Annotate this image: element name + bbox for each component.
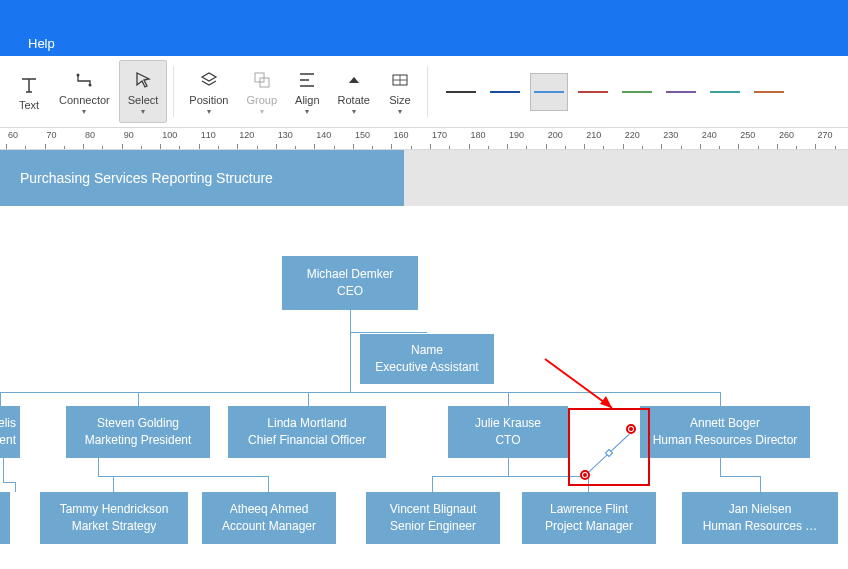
- connector-line: [268, 476, 269, 492]
- group-icon: [250, 68, 274, 92]
- line-style-swatch[interactable]: [662, 73, 700, 111]
- connector-line: [98, 476, 268, 477]
- ribbon: Text Connector ▾ Select ▾ Position ▾: [0, 56, 848, 128]
- connector-line: [350, 332, 427, 333]
- org-node-ea[interactable]: Name Executive Assistant: [360, 334, 494, 384]
- chevron-down-icon: ▾: [305, 107, 309, 116]
- connector-line: [432, 476, 433, 492]
- svg-marker-6: [600, 396, 612, 408]
- connector-line: [350, 332, 351, 392]
- connector-line: [720, 476, 760, 477]
- connector-line: [508, 458, 509, 476]
- org-node-role: Human Resources Director: [653, 432, 798, 449]
- connector-line: [720, 458, 721, 476]
- select-tool-button[interactable]: Select ▾: [119, 60, 168, 123]
- svg-line-5: [545, 359, 612, 408]
- org-node-role: Account Manager: [222, 518, 316, 535]
- org-node-role: Senior Engineer: [390, 518, 476, 535]
- connector-line: [760, 476, 761, 492]
- org-node[interactable]: Atheeq Ahmed Account Manager: [202, 492, 336, 544]
- line-style-swatch[interactable]: [530, 73, 568, 111]
- size-button[interactable]: Size ▾: [379, 60, 421, 123]
- rotate-button[interactable]: Rotate ▾: [329, 60, 379, 123]
- line-preview: [446, 91, 476, 93]
- org-node-name: Steven Golding: [97, 415, 179, 432]
- org-node[interactable]: Tammy Hendrickson Market Strategy: [40, 492, 188, 544]
- org-node-role: Chief Financial Officer: [248, 432, 366, 449]
- org-node-partial-left[interactable]: [0, 492, 10, 544]
- connector-end-handle[interactable]: [626, 424, 636, 434]
- connector-line: [508, 392, 509, 406]
- org-node-name: Vincent Blignaut: [390, 501, 477, 518]
- connector-line: [350, 310, 351, 332]
- org-node[interactable]: Steven Golding Marketing President: [66, 406, 210, 458]
- line-style-swatch[interactable]: [442, 73, 480, 111]
- menu-help[interactable]: Help: [28, 36, 55, 51]
- chevron-down-icon: ▾: [260, 107, 264, 116]
- line-preview: [578, 91, 608, 93]
- text-tool-button[interactable]: Text: [8, 60, 50, 123]
- org-node[interactable]: Vincent Blignaut Senior Engineer: [366, 492, 500, 544]
- org-node[interactable]: Lawrence Flint Project Manager: [522, 492, 656, 544]
- align-button[interactable]: Align ▾: [286, 60, 328, 123]
- line-preview: [710, 91, 740, 93]
- org-node-role: CEO: [337, 283, 363, 300]
- line-style-gallery: [434, 60, 796, 123]
- chevron-down-icon: ▾: [398, 107, 402, 116]
- org-node[interactable]: Jan Nielsen Human Resources …: [682, 492, 838, 544]
- connector-line: [0, 392, 1, 406]
- align-icon: [295, 68, 319, 92]
- chevron-down-icon: ▾: [352, 107, 356, 116]
- org-node-ceo[interactable]: Michael Demker CEO: [282, 256, 418, 310]
- line-style-swatch[interactable]: [618, 73, 656, 111]
- org-node-name: Michael Demker: [307, 266, 394, 283]
- connector-start-handle[interactable]: [580, 470, 590, 480]
- line-style-swatch[interactable]: [750, 73, 788, 111]
- org-node-name: Atheeq Ahmed: [230, 501, 309, 518]
- line-style-swatch[interactable]: [574, 73, 612, 111]
- org-node-role: CTO: [495, 432, 520, 449]
- org-node-role: Market Strategy: [72, 518, 157, 535]
- cursor-icon: [131, 68, 155, 92]
- connector-line: [138, 392, 139, 406]
- position-icon: [197, 68, 221, 92]
- org-node-name: Jan Nielsen: [729, 501, 792, 518]
- connector-line: [720, 392, 721, 406]
- org-node[interactable]: Annett Boger Human Resources Director: [640, 406, 810, 458]
- position-button[interactable]: Position ▾: [180, 60, 237, 123]
- org-node-role: dent: [0, 432, 16, 449]
- org-node[interactable]: Linda Mortland Chief Financial Officer: [228, 406, 386, 458]
- org-node-role: Marketing President: [85, 432, 192, 449]
- org-node-name: elis: [0, 415, 16, 432]
- org-node-name: Name: [411, 342, 443, 359]
- line-preview: [754, 91, 784, 93]
- canvas-margin: [404, 150, 848, 206]
- line-style-swatch[interactable]: [486, 73, 524, 111]
- org-node-role: Project Manager: [545, 518, 633, 535]
- line-preview: [490, 91, 520, 93]
- org-node-name: Tammy Hendrickson: [60, 501, 169, 518]
- line-preview: [666, 91, 696, 93]
- selection-box[interactable]: [568, 408, 650, 486]
- line-preview: [534, 91, 564, 93]
- chevron-down-icon: ▾: [82, 107, 86, 116]
- connector-tool-button[interactable]: Connector ▾: [50, 60, 119, 123]
- org-node-name: Julie Krause: [475, 415, 541, 432]
- connector-line: [98, 458, 99, 476]
- org-node-name: Annett Boger: [690, 415, 760, 432]
- connector-line: [113, 476, 114, 492]
- connector-line: [3, 458, 4, 482]
- text-icon: [17, 73, 41, 97]
- diagram-title-block[interactable]: Purchasing Services Reporting Structure: [0, 150, 404, 206]
- connector-icon: [72, 68, 96, 92]
- connector-line: [308, 392, 309, 406]
- line-preview: [622, 91, 652, 93]
- org-node-partial-left[interactable]: elis dent: [0, 406, 20, 458]
- chevron-down-icon: ▾: [207, 107, 211, 116]
- diagram-canvas[interactable]: Purchasing Services Reporting Structure …: [0, 150, 848, 569]
- line-style-swatch[interactable]: [706, 73, 744, 111]
- size-icon: [388, 68, 412, 92]
- org-node-role: Executive Assistant: [375, 359, 478, 376]
- org-node-name: Linda Mortland: [267, 415, 346, 432]
- group-button: Group ▾: [237, 60, 286, 123]
